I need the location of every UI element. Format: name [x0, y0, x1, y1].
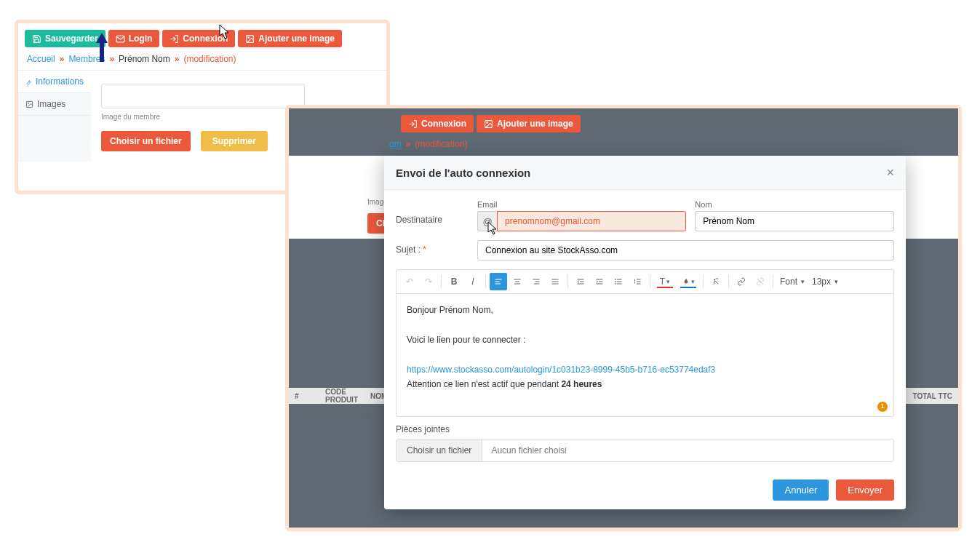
- svg-point-33: [28, 103, 28, 103]
- add-image-label: Ajouter une image: [258, 33, 335, 44]
- font-size-select[interactable]: 13px▾: [809, 275, 841, 288]
- mail-icon: [116, 34, 125, 44]
- connexion-label-bg: Connexion: [421, 119, 466, 129]
- rich-text-editor: ↶ ↷ B I: [396, 269, 894, 417]
- tab-informations-label: Informations: [36, 76, 84, 87]
- send-button[interactable]: Envoyer: [836, 480, 894, 501]
- modal-header: Envoi de l'auto connexion ×: [384, 156, 906, 190]
- modal-title: Envoi de l'auto connexion: [396, 167, 530, 179]
- font-family-select[interactable]: Font▾: [777, 275, 808, 288]
- rte-warning-prefix: Attention ce lien n'est actif que pendan…: [407, 379, 561, 389]
- panel1-toolbar: Sauvegarder Login Connexion Ajouter une …: [18, 23, 386, 51]
- email-input-group: @: [477, 211, 686, 231]
- destinataire-label: Destinataire: [396, 200, 469, 225]
- tools-icon: [25, 78, 32, 86]
- nom-sublabel: Nom: [695, 200, 894, 209]
- sujet-input[interactable]: [477, 240, 894, 260]
- image-icon: [484, 119, 493, 129]
- breadcrumb-sep: »: [109, 54, 114, 64]
- member-image-input[interactable]: [101, 84, 305, 108]
- rte-warning: Attention ce lien n'est actif que pendan…: [407, 377, 883, 391]
- rte-content[interactable]: Bonjour Prénom Nom, Voici le lien pour t…: [396, 293, 894, 417]
- panel2-breadcrumb: om » (modification): [389, 139, 467, 149]
- delete-button[interactable]: Supprimer: [201, 131, 268, 151]
- save-button[interactable]: Sauvegarder: [25, 30, 105, 47]
- modal-footer: Annuler Envoyer: [384, 471, 906, 509]
- image-icon: [25, 100, 33, 108]
- sujet-row: Sujet : *: [396, 240, 894, 260]
- breadcrumb-nom-bg[interactable]: om: [389, 139, 402, 149]
- rte-autologin-link[interactable]: https://www.stockasso.com/autologin/1c03…: [407, 365, 715, 375]
- cancel-button[interactable]: Annuler: [773, 480, 829, 501]
- text-color-icon[interactable]: T▾: [654, 273, 676, 290]
- svg-point-25: [616, 284, 616, 285]
- unlink-icon[interactable]: [752, 273, 769, 290]
- auto-connexion-modal: Envoi de l'auto connexion × Destinataire…: [384, 156, 906, 509]
- email-sublabel: Email: [477, 200, 686, 209]
- rte-warning-bold: 24 heures: [561, 379, 602, 389]
- indent-icon[interactable]: [591, 273, 608, 290]
- align-center-icon[interactable]: [509, 273, 526, 290]
- rte-sep: [441, 275, 442, 288]
- tab-informations[interactable]: Informations: [18, 71, 91, 93]
- align-justify-icon[interactable]: [546, 273, 564, 290]
- login-icon: [170, 34, 179, 44]
- panel1-tabs: Informations Images: [18, 71, 91, 162]
- panel2-toolbar: Connexion Ajouter une image: [401, 115, 581, 132]
- rte-toolbar: ↶ ↷ B I: [396, 269, 894, 293]
- breadcrumb-sep-bg: »: [406, 139, 411, 149]
- tab-images[interactable]: Images: [18, 93, 91, 116]
- login-button[interactable]: Login: [108, 30, 160, 47]
- size-label: 13px: [812, 276, 831, 287]
- redo-icon[interactable]: ↷: [420, 273, 437, 290]
- delete-label: Supprimer: [212, 136, 256, 146]
- list-ul-icon[interactable]: [610, 273, 627, 290]
- choose-file-button[interactable]: Choisir un fichier: [101, 131, 191, 151]
- destinataire-row: Destinataire Email @ Nom: [396, 200, 894, 231]
- undo-icon[interactable]: ↶: [401, 273, 418, 290]
- connexion-label: Connexion: [183, 33, 228, 44]
- bold-icon[interactable]: B: [445, 273, 463, 290]
- choose-file-label: Choisir un fichier: [110, 136, 182, 146]
- svg-point-31: [248, 36, 250, 38]
- sujet-label-text: Sujet :: [396, 244, 421, 255]
- save-icon: [32, 34, 41, 44]
- sujet-label: Sujet : *: [396, 240, 469, 255]
- list-ol-icon[interactable]: [629, 273, 646, 290]
- connexion-button-bg[interactable]: Connexion: [401, 115, 474, 132]
- col-code: CODE PRODUIT: [325, 388, 370, 404]
- attach-choose-button[interactable]: Choisir un fichier: [397, 439, 482, 461]
- add-image-button[interactable]: Ajouter une image: [238, 30, 342, 47]
- add-image-button-bg[interactable]: Ajouter une image: [477, 115, 581, 132]
- email-input[interactable]: [497, 211, 686, 231]
- attach-none-text: Aucun fichier choisi: [482, 439, 893, 461]
- login-label: Login: [129, 33, 153, 44]
- rte-sep: [485, 275, 486, 288]
- italic-icon[interactable]: I: [464, 273, 482, 290]
- add-image-label-bg: Ajouter une image: [497, 119, 573, 129]
- svg-point-1: [487, 122, 488, 123]
- nom-input[interactable]: [695, 211, 894, 231]
- attachments-row: Choisir un fichier Aucun fichier choisi: [396, 439, 894, 462]
- breadcrumb: Accueil » Membres » Prénom Nom » (modifi…: [18, 51, 386, 70]
- panel-modal-context: Connexion Ajouter une image om » (modifi…: [285, 105, 962, 531]
- bg-color-icon[interactable]: ▾: [677, 273, 699, 290]
- rte-sep: [703, 275, 704, 288]
- rte-intro: Voici le lien pour te connecter :: [407, 333, 883, 347]
- col-num: #: [295, 392, 325, 400]
- modal-close-button[interactable]: ×: [886, 166, 894, 179]
- save-label: Sauvegarder: [45, 33, 98, 44]
- svg-point-23: [616, 279, 616, 280]
- rte-badge[interactable]: 1: [877, 402, 888, 412]
- table-empty: Pas de commande...: [295, 409, 375, 419]
- align-right-icon[interactable]: [527, 273, 545, 290]
- link-icon[interactable]: [733, 273, 750, 290]
- outdent-icon[interactable]: [572, 273, 589, 290]
- breadcrumb-home[interactable]: Accueil: [27, 54, 55, 64]
- connexion-button[interactable]: Connexion: [162, 30, 235, 47]
- clear-format-icon[interactable]: [707, 273, 725, 290]
- align-left-icon[interactable]: [490, 273, 507, 290]
- tab-images-label: Images: [37, 99, 65, 109]
- rte-sep: [728, 275, 729, 288]
- breadcrumb-sep: »: [175, 54, 180, 64]
